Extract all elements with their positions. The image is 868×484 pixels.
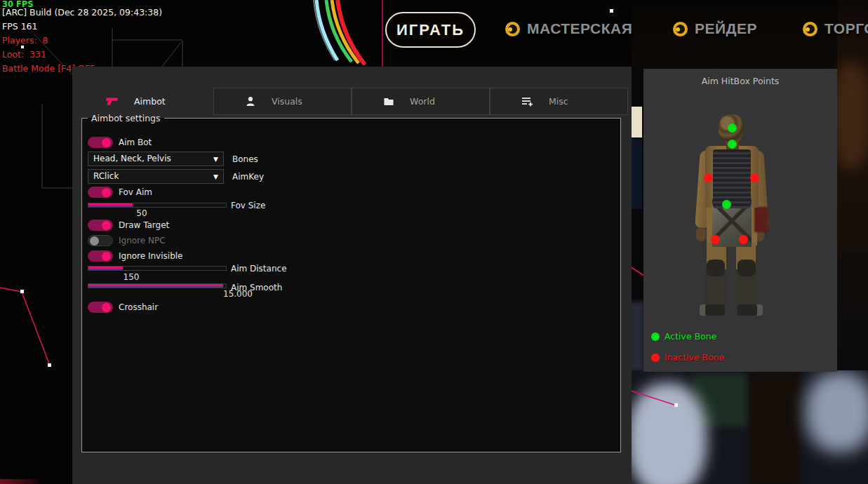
nav-item-label: ТОРГО (824, 20, 868, 37)
draw-target-label: Draw Target (119, 220, 169, 230)
fov-size-label: Fov Size (231, 201, 265, 210)
aim-distance-label: Aim Distance (231, 264, 287, 274)
folder-icon (383, 97, 394, 107)
aim-distance-value: 150 (123, 272, 140, 282)
coin-icon (505, 22, 520, 36)
tab-aimbot[interactable]: Aimbot (75, 88, 213, 115)
tab-label: World (410, 96, 435, 107)
aimbot-settings-group: Aimbot settings Aim Bot Head, Neck, Pelv… (81, 118, 621, 452)
nav-item-workshop[interactable]: МАСТЕРСКАЯ (505, 20, 632, 37)
ignore-npc-toggle[interactable] (88, 235, 113, 246)
chevron-down-icon: ▼ (213, 170, 218, 184)
hitbox-dot-right-thigh (739, 235, 748, 244)
legend-active-label: Active Bone (665, 331, 716, 342)
fov-aim-label: Fov Aim (119, 187, 152, 197)
fov-size-slider[interactable] (88, 203, 227, 208)
aim-smooth-label: Aim Smooth (231, 283, 282, 293)
aim-distance-slider-fill (88, 267, 123, 270)
hitbox-dot-left-arm (704, 173, 713, 182)
ignore-npc-label: Ignore NPC (119, 236, 166, 246)
tab-misc[interactable]: Misc (490, 88, 628, 115)
aim-distance-slider[interactable] (88, 266, 227, 271)
bones-dropdown-value: Head, Neck, Pelvis (93, 154, 171, 163)
fov-aim-toggle[interactable] (88, 187, 113, 198)
game-screen: 30 FPS [ARC] Build (Dec 28 2025, 09:43:3… (0, 0, 868, 484)
nav-item-trade[interactable]: ТОРГО (803, 20, 868, 37)
group-title: Aimbot settings (88, 113, 164, 123)
legend-active-bone: Active Bone (651, 331, 716, 342)
pistol-icon (106, 96, 119, 107)
aim-smooth-slider-fill (88, 284, 223, 288)
nav-item-raider[interactable]: РЕЙДЕР (673, 20, 757, 37)
aim-smooth-slider[interactable] (88, 283, 227, 288)
bones-dropdown[interactable]: Head, Neck, Pelvis ▼ (88, 152, 224, 166)
bones-label: Bones (232, 154, 258, 164)
ignore-invisible-toggle[interactable] (88, 250, 113, 262)
tab-label: Misc (549, 96, 568, 107)
coin-icon (673, 22, 688, 36)
hitbox-preview-panel: Aim HitBox Points Active Bone (643, 69, 837, 372)
tab-world[interactable]: World (352, 88, 490, 115)
aimkey-dropdown-value: RClick (93, 171, 119, 181)
coin-icon (803, 22, 817, 36)
legend-inactive-bone: Inactive Bone (651, 352, 724, 363)
chevron-down-icon: ▼ (213, 153, 218, 166)
play-button[interactable]: ИГРАТЬ (385, 12, 476, 48)
crosshair-toggle[interactable] (88, 302, 113, 313)
aim-bot-label: Aim Bot (119, 137, 152, 147)
tab-bar: Aimbot Visuals World (75, 88, 629, 115)
hitbox-dot-pelvis (722, 200, 731, 209)
person-icon (245, 96, 256, 107)
nav-item-label: РЕЙДЕР (695, 20, 757, 37)
cheat-menu-panel: Aimbot Visuals World (72, 67, 632, 484)
aim-bot-toggle[interactable] (88, 137, 113, 148)
nav-item-label: МАСТЕРСКАЯ (527, 20, 632, 37)
playlist-add-icon (521, 96, 533, 107)
hitbox-dot-right-arm (750, 173, 759, 182)
draw-target-toggle[interactable] (88, 220, 113, 231)
fov-size-value: 50 (136, 208, 147, 218)
hitbox-dot-head (728, 123, 737, 133)
hitbox-dot-neck (728, 140, 737, 149)
aimkey-label: AimKey (232, 172, 264, 182)
active-bone-dot-icon (651, 332, 660, 341)
tab-label: Visuals (272, 96, 302, 107)
aimkey-dropdown[interactable]: RClick ▼ (88, 169, 224, 184)
tab-visuals[interactable]: Visuals (213, 88, 352, 115)
ignore-invisible-label: Ignore Invisible (119, 251, 182, 261)
hitbox-points (643, 69, 837, 372)
legend-inactive-label: Inactive Bone (665, 352, 724, 363)
tab-label: Aimbot (134, 96, 166, 107)
crosshair-label: Crosshair (119, 302, 158, 312)
inactive-bone-dot-icon (651, 354, 660, 362)
fov-size-slider-fill (88, 203, 133, 207)
hitbox-dot-left-thigh (711, 235, 720, 244)
